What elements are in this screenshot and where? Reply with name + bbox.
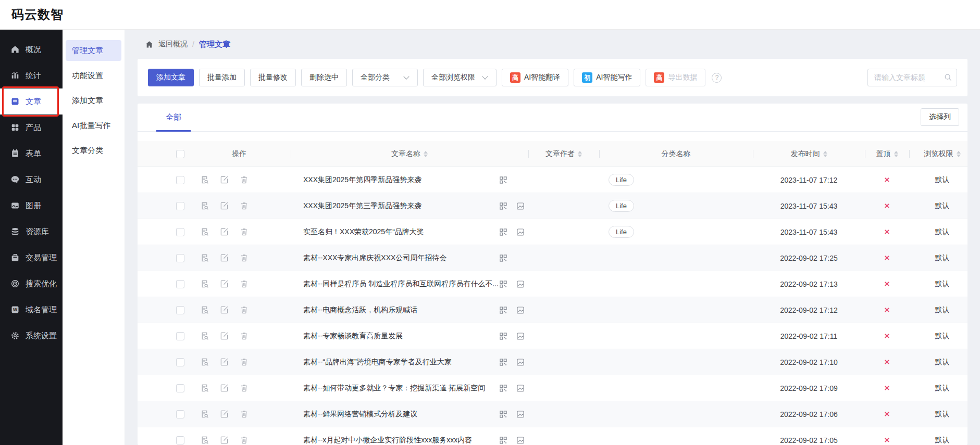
article-title[interactable]: 素材--“品牌出海”跨境电商专家学者及行业大家 xyxy=(303,358,499,367)
select-all-checkbox[interactable] xyxy=(176,150,184,158)
sort-asc-icon[interactable] xyxy=(424,151,428,154)
delete-icon[interactable] xyxy=(240,175,249,184)
row-checkbox[interactable] xyxy=(176,384,184,392)
row-checkbox[interactable] xyxy=(176,332,184,340)
row-checkbox[interactable] xyxy=(176,254,184,262)
edit-icon[interactable] xyxy=(220,332,229,340)
qrcode-icon[interactable] xyxy=(499,332,507,340)
edit-icon[interactable] xyxy=(220,227,229,236)
sort-asc-icon[interactable] xyxy=(823,151,827,154)
sort-desc-icon[interactable] xyxy=(957,155,961,157)
article-title[interactable]: 素材--XXX专家出席庆祝XXX公司周年招待会 xyxy=(303,253,499,263)
row-checkbox[interactable] xyxy=(176,176,184,184)
view-icon[interactable] xyxy=(200,175,209,184)
article-title[interactable]: 素材--如何带动更多就业？专家：挖掘新渠道 拓展新空间 xyxy=(303,384,499,393)
sidebar-item-database[interactable]: 资源库 xyxy=(0,219,63,245)
row-checkbox[interactable] xyxy=(176,358,184,366)
submenu-item[interactable]: AI批量写作 xyxy=(66,115,121,136)
home-icon[interactable] xyxy=(145,40,154,49)
article-title[interactable]: 素材--专家畅谈教育高质量发展 xyxy=(303,332,499,341)
sort-carets[interactable] xyxy=(957,151,961,157)
delete-icon[interactable] xyxy=(240,306,249,314)
not-top-icon[interactable]: × xyxy=(885,201,890,211)
sidebar-item-chat[interactable]: 互动 xyxy=(0,167,63,193)
qrcode-icon[interactable] xyxy=(499,384,507,392)
view-icon[interactable] xyxy=(200,279,209,288)
not-top-icon[interactable]: × xyxy=(885,279,890,289)
submenu-item[interactable]: 管理文章 xyxy=(66,40,121,61)
breadcrumb-back-link[interactable]: 返回概况 xyxy=(158,40,188,49)
sort-asc-icon[interactable] xyxy=(578,151,582,154)
add-article-button[interactable]: 添加文章 xyxy=(148,69,194,86)
help-icon[interactable]: ? xyxy=(712,73,722,83)
view-icon[interactable] xyxy=(200,410,209,418)
edit-icon[interactable] xyxy=(220,253,229,262)
view-icon[interactable] xyxy=(200,358,209,366)
sort-carets[interactable] xyxy=(424,151,428,157)
sort-carets[interactable] xyxy=(578,151,582,157)
not-top-icon[interactable]: × xyxy=(885,331,890,341)
delete-icon[interactable] xyxy=(240,436,249,444)
not-top-icon[interactable]: × xyxy=(885,357,890,367)
delete-icon[interactable] xyxy=(240,201,249,210)
sidebar-item-form[interactable]: 表单 xyxy=(0,141,63,167)
article-title[interactable]: 实至名归！XXX荣获2025年“品牌大奖 xyxy=(303,227,499,237)
ai-translate-button[interactable]: 高 AI智能翻译 xyxy=(502,69,568,86)
sort-carets[interactable] xyxy=(894,151,898,157)
sort-desc-icon[interactable] xyxy=(823,155,827,157)
delete-icon[interactable] xyxy=(240,332,249,340)
article-title[interactable]: XXX集团2025年第四季新品强势来袭 xyxy=(303,175,499,185)
sidebar-item-gear[interactable]: 系统设置 xyxy=(0,323,63,349)
edit-icon[interactable] xyxy=(220,175,229,184)
edit-icon[interactable] xyxy=(220,410,229,418)
qrcode-icon[interactable] xyxy=(499,410,507,418)
row-checkbox[interactable] xyxy=(176,228,184,236)
sidebar-item-seo[interactable]: 搜索优化 xyxy=(0,271,63,297)
edit-icon[interactable] xyxy=(220,436,229,444)
view-icon[interactable] xyxy=(200,384,209,392)
qrcode-icon[interactable] xyxy=(499,358,507,366)
article-title[interactable]: 素材--鲜果网络营销模式分析及建议 xyxy=(303,410,499,419)
sidebar-item-product[interactable]: 产品 xyxy=(0,115,63,141)
view-icon[interactable] xyxy=(200,201,209,210)
sidebar-item-gallery[interactable]: 图册 xyxy=(0,193,63,219)
sort-asc-icon[interactable] xyxy=(957,151,961,154)
not-top-icon[interactable]: × xyxy=(885,383,890,393)
not-top-icon[interactable]: × xyxy=(885,175,890,185)
article-title[interactable]: 素材--同样是程序员 制造业程序员和互联网程序员有什么不... xyxy=(303,279,499,289)
sidebar-item-article[interactable]: 文章 xyxy=(0,88,63,115)
sort-asc-icon[interactable] xyxy=(894,151,898,154)
not-top-icon[interactable]: × xyxy=(885,253,890,263)
not-top-icon[interactable]: × xyxy=(885,435,890,445)
tab-all[interactable]: 全部 xyxy=(156,112,191,132)
delete-icon[interactable] xyxy=(240,358,249,366)
not-top-icon[interactable]: × xyxy=(885,227,890,237)
view-icon[interactable] xyxy=(200,253,209,262)
export-data-button[interactable]: 高 导出数据 xyxy=(646,69,705,86)
ai-write-button[interactable]: 初 AI智能写作 xyxy=(574,69,640,86)
sidebar-item-domain[interactable]: W域名管理 xyxy=(0,297,63,323)
edit-icon[interactable] xyxy=(220,201,229,210)
sort-desc-icon[interactable] xyxy=(424,155,428,157)
search-icon[interactable] xyxy=(944,73,952,82)
sidebar-item-home[interactable]: 概况 xyxy=(0,36,63,62)
submenu-item[interactable]: 添加文章 xyxy=(66,90,121,111)
qrcode-icon[interactable] xyxy=(499,306,507,314)
row-checkbox[interactable] xyxy=(176,202,184,210)
row-checkbox[interactable] xyxy=(176,306,184,314)
qrcode-icon[interactable] xyxy=(499,176,507,184)
delete-icon[interactable] xyxy=(240,410,249,418)
row-checkbox[interactable] xyxy=(176,280,184,288)
article-title[interactable]: 素材--x月起对中小微企业实行阶段性xxx服务xxx内容 xyxy=(303,436,499,445)
delete-selected-button[interactable]: 删除选中 xyxy=(301,69,347,86)
article-title[interactable]: XXX集团2025年第三季新品强势来袭 xyxy=(303,201,499,211)
delete-icon[interactable] xyxy=(240,279,249,288)
view-icon[interactable] xyxy=(200,306,209,314)
category-filter-dropdown[interactable]: 全部分类 xyxy=(352,69,418,86)
qrcode-icon[interactable] xyxy=(499,280,507,288)
submenu-item[interactable]: 功能设置 xyxy=(66,65,121,86)
row-checkbox[interactable] xyxy=(176,436,184,444)
edit-icon[interactable] xyxy=(220,384,229,392)
batch-edit-button[interactable]: 批量修改 xyxy=(250,69,296,86)
row-checkbox[interactable] xyxy=(176,410,184,418)
